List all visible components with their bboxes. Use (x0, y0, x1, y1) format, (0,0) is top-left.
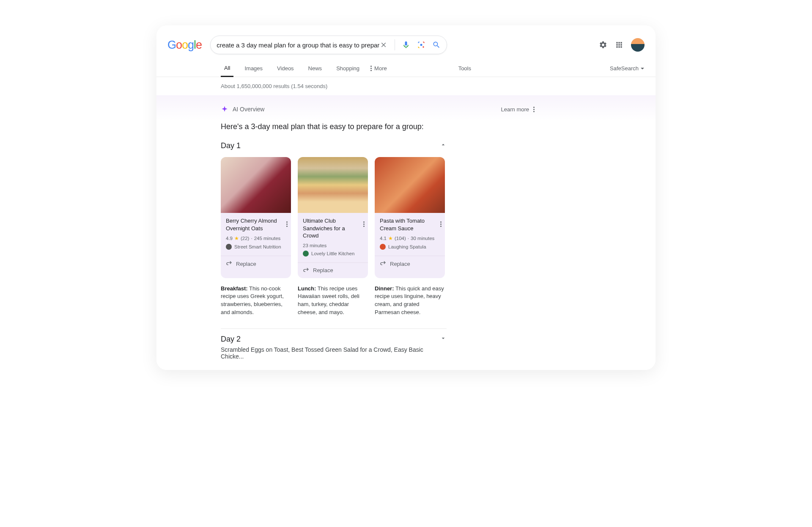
meal-descriptions: Breakfast: This no-cook recipe uses Gree… (221, 285, 645, 317)
recipe-source: Lovely Little Kitchen (303, 251, 363, 257)
tools-button[interactable]: Tools (458, 65, 471, 72)
ai-overview-title: AI Overview (233, 106, 264, 113)
recipe-meta: 23 minutes (303, 243, 363, 248)
recipe-card[interactable]: Pasta with Tomato Cream Sauce 4.1★(104)·… (375, 157, 445, 278)
day2-section: Day 2 Scrambled Eggs on Toast, Best Toss… (221, 328, 447, 370)
replace-button[interactable]: Replace (375, 256, 445, 271)
day1-cards: Berry Cherry Almond Overnight Oats 4.9★(… (221, 157, 645, 278)
lens-icon[interactable] (417, 41, 425, 49)
recipe-card[interactable]: Ultimate Club Sandwiches for a Crowd 23 … (298, 157, 368, 278)
favicon-icon (380, 244, 386, 250)
tab-shopping[interactable]: Shopping (333, 60, 363, 77)
replace-button[interactable]: Replace (221, 256, 291, 271)
day2-subtitle: Scrambled Eggs on Toast, Best Tossed Gre… (221, 346, 447, 370)
search-results-page: Google All Images Videos News Shopping M… (156, 25, 656, 370)
learn-more-link[interactable]: Learn more (501, 106, 535, 113)
ai-spark-icon (221, 105, 228, 113)
replace-icon (226, 260, 233, 267)
tab-all[interactable]: All (221, 60, 233, 77)
recipe-image (375, 157, 445, 213)
day2-header[interactable]: Day 2 (221, 335, 447, 344)
recipe-title: Ultimate Club Sandwiches for a Crowd (303, 217, 363, 240)
chevron-up-icon[interactable] (440, 141, 447, 150)
mic-icon[interactable] (402, 41, 410, 49)
recipe-meta: 4.9★(22)·245 minutes (226, 235, 286, 241)
meal-description: Dinner: This quick and easy recipe uses … (375, 285, 445, 317)
ai-summary-text: Here's a 3-day meal plan that is easy to… (221, 122, 645, 131)
apps-icon[interactable] (615, 41, 623, 49)
recipe-meta: 4.1★(104)·30 minutes (380, 235, 440, 241)
recipe-image (298, 157, 368, 213)
replace-icon (303, 267, 310, 274)
recipe-title: Berry Cherry Almond Overnight Oats (226, 217, 286, 232)
ai-overview-block: AI Overview Learn more Here's a 3-day me… (156, 95, 656, 370)
svg-point-0 (420, 44, 422, 46)
card-menu-icon[interactable] (440, 217, 442, 227)
card-menu-icon[interactable] (363, 217, 365, 227)
recipe-source: Laughing Spatula (380, 244, 440, 250)
settings-icon[interactable] (599, 41, 607, 49)
recipe-source: Street Smart Nutrition (226, 244, 286, 250)
chevron-down-icon[interactable] (440, 335, 447, 344)
meal-description: Breakfast: This no-cook recipe uses Gree… (221, 285, 291, 317)
tabs-row: All Images Videos News Shopping More Too… (156, 60, 656, 77)
search-icon[interactable] (432, 41, 441, 49)
replace-button[interactable]: Replace (298, 262, 368, 278)
tab-images[interactable]: Images (241, 60, 266, 77)
tab-more[interactable]: More (370, 65, 387, 72)
search-bar (210, 36, 447, 54)
recipe-title: Pasta with Tomato Cream Sauce (380, 217, 440, 232)
favicon-icon (226, 244, 232, 250)
safesearch-dropdown[interactable]: SafeSearch (610, 65, 645, 72)
svg-point-1 (422, 46, 424, 47)
header: Google (156, 25, 656, 54)
tab-news[interactable]: News (305, 60, 326, 77)
search-input[interactable] (217, 41, 379, 49)
day1-header[interactable]: Day 1 (221, 139, 447, 153)
google-logo[interactable]: Google (167, 39, 202, 52)
favicon-icon (303, 251, 309, 257)
recipe-card[interactable]: Berry Cherry Almond Overnight Oats 4.9★(… (221, 157, 291, 278)
card-menu-icon[interactable] (286, 217, 288, 227)
avatar[interactable] (631, 38, 645, 52)
tab-videos[interactable]: Videos (274, 60, 297, 77)
clear-icon[interactable] (379, 41, 388, 49)
meal-description: Lunch: This recipe uses Hawaiian sweet r… (298, 285, 368, 317)
replace-icon (380, 260, 387, 267)
recipe-image (221, 157, 291, 213)
results-count: About 1,650,000,000 results (1.54 second… (156, 77, 656, 95)
